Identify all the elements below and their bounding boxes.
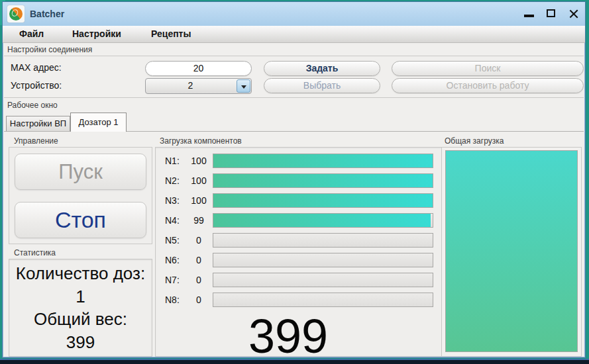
component-row: N8: 0 (156, 293, 444, 307)
total-load-group-label: Общая загрузка (445, 136, 504, 146)
progress-bar (213, 233, 433, 248)
total-load-bar (445, 150, 578, 352)
components-group-label: Загрузка компонентов (160, 136, 242, 146)
device-label: Устройство: (11, 80, 62, 91)
workspace-group-label: Рабочее окно (7, 101, 58, 110)
chevron-down-icon[interactable] (237, 79, 250, 93)
component-value: 99 (184, 215, 214, 226)
select-button[interactable]: Выбрать (264, 78, 380, 93)
control-group-label: Управление (14, 136, 58, 146)
component-value: 0 (184, 295, 214, 305)
progress-bar (213, 213, 433, 228)
close-icon[interactable] (567, 7, 580, 21)
weight-label: Общий вес: (34, 310, 127, 328)
component-label: N5: (165, 235, 180, 246)
max-address-input[interactable]: 20 (145, 61, 252, 76)
progress-bar (213, 273, 433, 287)
search-button[interactable]: Поиск (392, 61, 584, 76)
taskbar-edge (0, 359, 589, 364)
titlebar[interactable]: Batcher (3, 2, 585, 26)
component-value: 0 (184, 255, 214, 265)
total-weight-display: 399 (156, 312, 421, 360)
component-row: N6: 0 (156, 253, 444, 267)
desktop-background: Batcher Файл Настройки Рецепты Настройки… (0, 0, 589, 364)
components-panel: N1: 100 N2: 100 N3: 100 N4: 99 N5: 0 (155, 147, 445, 357)
start-button[interactable]: Пуск (15, 154, 146, 190)
progress-bar (213, 253, 433, 267)
progress-bar (213, 293, 433, 307)
statistics-group-label: Статистика (14, 248, 56, 257)
component-row: N4: 99 (156, 213, 444, 228)
component-label: N7: (165, 275, 180, 285)
weight-value: 399 (66, 334, 95, 351)
connection-group-label: Настройки соединения (7, 45, 92, 54)
progress-bar-fill (213, 214, 431, 227)
component-value: 100 (184, 195, 214, 206)
set-button[interactable]: Задать (264, 61, 380, 76)
tab-dispenser-1[interactable]: Дозатор 1 (70, 113, 127, 132)
progress-bar (213, 193, 433, 208)
progress-bar-fill (213, 194, 433, 207)
component-value: 0 (184, 275, 214, 285)
statistics-panel: Количество доз: 1 Общий вес: 399 (9, 259, 152, 357)
control-group-box: Пуск Стоп (9, 147, 152, 244)
component-value: 0 (184, 235, 214, 246)
minimize-icon[interactable] (524, 15, 534, 17)
component-row: N2: 100 (156, 173, 444, 188)
menubar: Файл Настройки Рецепты (3, 26, 585, 43)
progress-bar (213, 154, 433, 168)
menu-item-recipes[interactable]: Рецепты (151, 28, 191, 39)
component-row: N7: 0 (156, 273, 444, 287)
component-label: N8: (165, 295, 180, 305)
component-row: N3: 100 (156, 193, 444, 208)
menu-item-settings[interactable]: Настройки (72, 28, 121, 39)
tab-vp-settings[interactable]: Настройки ВП (6, 116, 70, 131)
maximize-icon[interactable] (547, 9, 555, 17)
window-title: Batcher (30, 9, 64, 19)
menu-item-file[interactable]: Файл (19, 28, 44, 39)
component-label: N1: (165, 156, 180, 166)
device-combobox[interactable]: 2 (145, 78, 252, 94)
max-address-label: MAX адрес: (11, 62, 62, 73)
app-icon (7, 5, 25, 23)
progress-bar-fill (213, 154, 433, 167)
total-load-panel (441, 147, 582, 357)
component-label: N4: (165, 215, 180, 226)
progress-bar-fill (213, 174, 433, 187)
stop-work-button[interactable]: Остановить работу (392, 78, 584, 93)
component-label: N3: (165, 195, 180, 206)
component-value: 100 (184, 156, 214, 166)
component-label: N6: (165, 255, 180, 265)
app-window: Batcher Файл Настройки Рецепты Настройки… (2, 1, 586, 358)
stop-button[interactable]: Стоп (15, 202, 146, 238)
component-label: N2: (165, 175, 180, 186)
total-load-bar-fill (446, 151, 577, 351)
component-row: N1: 100 (156, 154, 444, 168)
progress-bar (213, 173, 433, 188)
component-value: 100 (184, 175, 214, 186)
doses-label: Количество доз: (16, 265, 145, 282)
doses-value: 1 (76, 288, 85, 305)
device-combobox-value: 2 (146, 80, 235, 91)
component-row: N5: 0 (156, 233, 444, 248)
